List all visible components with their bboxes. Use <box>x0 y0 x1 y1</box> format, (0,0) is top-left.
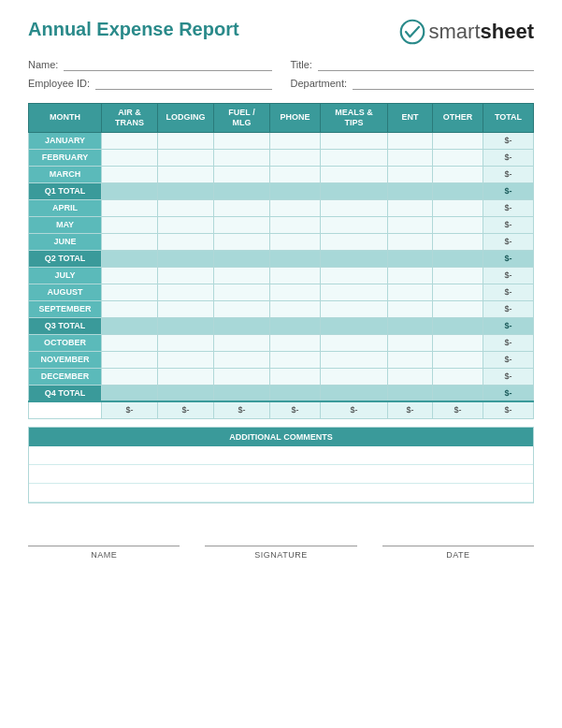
cell-phone[interactable] <box>269 199 320 216</box>
cell-other[interactable] <box>432 166 483 182</box>
total-phone[interactable]: $- <box>269 401 320 418</box>
cell-ent[interactable] <box>387 267 432 284</box>
cell-air[interactable] <box>101 149 157 166</box>
cell-lodging[interactable] <box>157 300 213 317</box>
cell-phone[interactable] <box>269 233 320 250</box>
cell-meals[interactable] <box>320 300 387 317</box>
cell-meals[interactable] <box>320 149 387 166</box>
cell-ent[interactable] <box>387 284 432 300</box>
cell-air[interactable] <box>101 233 157 250</box>
sig-name-line[interactable] <box>28 530 180 546</box>
row-total[interactable]: $- <box>483 182 533 199</box>
cell-fuel[interactable] <box>213 149 269 166</box>
cell-phone[interactable] <box>269 300 320 317</box>
cell-fuel[interactable] <box>213 166 269 182</box>
total-ent[interactable]: $- <box>387 401 432 418</box>
cell-lodging[interactable] <box>157 216 213 233</box>
total-total[interactable]: $- <box>483 401 533 418</box>
title-input[interactable] <box>318 58 534 71</box>
cell-air[interactable] <box>101 284 157 300</box>
cell-phone[interactable] <box>269 368 320 385</box>
total-meals[interactable]: $- <box>320 401 387 418</box>
cell-meals[interactable] <box>320 199 387 216</box>
cell-ent[interactable] <box>387 334 432 351</box>
cell-other[interactable] <box>432 284 483 300</box>
department-input[interactable] <box>353 77 534 90</box>
cell-other[interactable] <box>432 149 483 166</box>
cell-lodging[interactable] <box>157 368 213 385</box>
cell-lodging[interactable] <box>157 334 213 351</box>
cell-air[interactable] <box>101 385 157 401</box>
cell-ent[interactable] <box>387 317 432 334</box>
cell-fuel[interactable] <box>213 284 269 300</box>
cell-other[interactable] <box>432 132 483 149</box>
cell-fuel[interactable] <box>213 216 269 233</box>
cell-lodging[interactable] <box>157 199 213 216</box>
row-total[interactable]: $- <box>483 368 533 385</box>
cell-lodging[interactable] <box>157 233 213 250</box>
cell-ent[interactable] <box>387 300 432 317</box>
cell-phone[interactable] <box>269 267 320 284</box>
row-total[interactable]: $- <box>483 334 533 351</box>
cell-other[interactable] <box>432 351 483 368</box>
cell-phone[interactable] <box>269 317 320 334</box>
row-total[interactable]: $- <box>483 300 533 317</box>
cell-air[interactable] <box>101 250 157 267</box>
cell-phone[interactable] <box>269 182 320 199</box>
row-total[interactable]: $- <box>483 216 533 233</box>
cell-phone[interactable] <box>269 284 320 300</box>
cell-ent[interactable] <box>387 250 432 267</box>
cell-meals[interactable] <box>320 317 387 334</box>
cell-air[interactable] <box>101 182 157 199</box>
row-total[interactable]: $- <box>483 267 533 284</box>
cell-air[interactable] <box>101 132 157 149</box>
cell-ent[interactable] <box>387 351 432 368</box>
row-total[interactable]: $- <box>483 132 533 149</box>
cell-fuel[interactable] <box>213 385 269 401</box>
cell-lodging[interactable] <box>157 250 213 267</box>
cell-meals[interactable] <box>320 334 387 351</box>
cell-meals[interactable] <box>320 182 387 199</box>
total-other[interactable]: $- <box>432 401 483 418</box>
cell-ent[interactable] <box>387 216 432 233</box>
total-air[interactable]: $- <box>101 401 157 418</box>
cell-other[interactable] <box>432 300 483 317</box>
cell-meals[interactable] <box>320 166 387 182</box>
cell-other[interactable] <box>432 182 483 199</box>
cell-other[interactable] <box>432 250 483 267</box>
cell-lodging[interactable] <box>157 182 213 199</box>
cell-phone[interactable] <box>269 216 320 233</box>
cell-phone[interactable] <box>269 385 320 401</box>
employee-id-input[interactable] <box>95 77 271 90</box>
cell-air[interactable] <box>101 267 157 284</box>
cell-ent[interactable] <box>387 233 432 250</box>
cell-air[interactable] <box>101 216 157 233</box>
cell-lodging[interactable] <box>157 284 213 300</box>
cell-meals[interactable] <box>320 351 387 368</box>
cell-meals[interactable] <box>320 385 387 401</box>
cell-meals[interactable] <box>320 250 387 267</box>
cell-phone[interactable] <box>269 334 320 351</box>
row-total[interactable]: $- <box>483 317 533 334</box>
cell-air[interactable] <box>101 300 157 317</box>
cell-lodging[interactable] <box>157 149 213 166</box>
row-total[interactable]: $- <box>483 250 533 267</box>
row-total[interactable]: $- <box>483 199 533 216</box>
cell-ent[interactable] <box>387 368 432 385</box>
row-total[interactable]: $- <box>483 351 533 368</box>
cell-meals[interactable] <box>320 284 387 300</box>
cell-fuel[interactable] <box>213 351 269 368</box>
comments-body[interactable] <box>29 446 533 502</box>
cell-other[interactable] <box>432 334 483 351</box>
row-total[interactable]: $- <box>483 166 533 182</box>
cell-meals[interactable] <box>320 368 387 385</box>
cell-air[interactable] <box>101 368 157 385</box>
cell-phone[interactable] <box>269 166 320 182</box>
row-total[interactable]: $- <box>483 284 533 300</box>
row-total[interactable]: $- <box>483 233 533 250</box>
cell-other[interactable] <box>432 233 483 250</box>
cell-other[interactable] <box>432 267 483 284</box>
cell-fuel[interactable] <box>213 334 269 351</box>
cell-air[interactable] <box>101 334 157 351</box>
cell-ent[interactable] <box>387 132 432 149</box>
